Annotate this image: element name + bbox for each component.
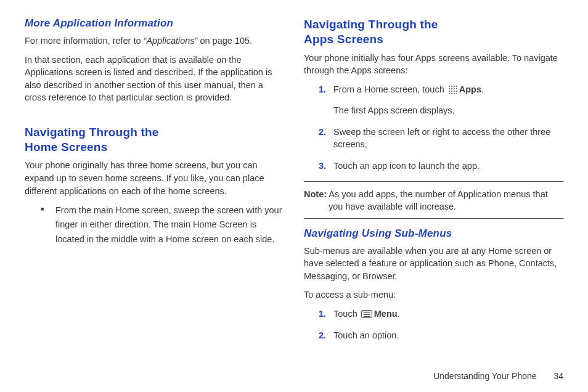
heading-more-app-info: More Application Information <box>25 17 284 30</box>
text-fragment: From a Home screen, touch <box>333 84 447 94</box>
apps-grid-icon <box>448 85 458 94</box>
step-text: Touch an option. <box>333 330 399 340</box>
paragraph-nav-apps: Your phone initially has four Apps scree… <box>304 52 563 77</box>
note-text: Note: As you add apps, the number of App… <box>304 188 563 213</box>
reference-applications: “Applications” <box>144 36 198 46</box>
list-item: 1. Touch Menu. <box>319 308 563 321</box>
paragraph-more-app-2: In that section, each application that i… <box>25 54 284 104</box>
menu-icon <box>361 310 372 318</box>
heading-nav-apps: Navigating Through the Apps Screens <box>304 17 563 47</box>
footer-section-title: Understanding Your Phone <box>433 371 536 381</box>
apps-label: Apps <box>459 84 481 94</box>
step-number: 1. <box>319 308 326 321</box>
step-number: 2. <box>319 329 326 342</box>
step-number: 3. <box>319 160 326 173</box>
text-fragment: . <box>398 309 400 319</box>
note-label: Note: <box>304 189 327 199</box>
left-column: More Application Information For more in… <box>25 17 284 367</box>
right-column: Navigating Through the Apps Screens Your… <box>304 17 563 367</box>
paragraph-more-app-1: For more information, refer to “Applicat… <box>25 35 284 47</box>
step-number: 1. <box>319 83 326 96</box>
page-number: 34 <box>553 371 563 381</box>
bullet-list-nav-home: From the main Home screen, sweep the scr… <box>25 203 284 247</box>
heading-submenus: Navigating Using Sub-Menus <box>304 227 563 240</box>
paragraph-nav-home: Your phone originally has three home scr… <box>25 159 284 197</box>
steps-submenu: 1. Touch Menu. 2. Touch an option. <box>304 308 563 341</box>
heading-line: Apps Screens <box>304 33 383 46</box>
list-item: 1. From a Home screen, touch Apps. The f… <box>319 83 563 117</box>
text-fragment: As you add apps, the number of Applicati… <box>327 189 548 212</box>
paragraph-submenu-1: Sub-menus are available when you are at … <box>304 245 563 283</box>
text-fragment: . <box>481 84 484 94</box>
text-fragment: For more information, refer to <box>25 36 144 46</box>
steps-nav-apps: 1. From a Home screen, touch Apps. The f… <box>304 83 563 173</box>
list-item: 3. Touch an app icon to launch the app. <box>319 160 563 173</box>
step-text: Touch an app icon to launch the app. <box>333 161 480 171</box>
divider <box>304 181 563 182</box>
divider <box>304 218 563 219</box>
menu-label: Menu <box>374 309 398 319</box>
page-columns: More Application Information For more in… <box>25 17 563 367</box>
text-fragment: on page 105. <box>197 36 252 46</box>
heading-line: Navigating Through the <box>304 18 438 31</box>
paragraph-submenu-2: To access a sub-menu: <box>304 288 563 301</box>
step-extra-text: The first Apps screen displays. <box>333 104 563 117</box>
step-text: Sweep the screen left or right to access… <box>333 127 550 150</box>
heading-line: Navigating Through the <box>25 126 159 139</box>
list-item: From the main Home screen, sweep the scr… <box>42 203 284 247</box>
text-fragment: Touch <box>333 309 360 319</box>
list-item: 2. Sweep the screen left or right to acc… <box>319 126 563 151</box>
heading-nav-home: Navigating Through the Home Screens <box>25 125 284 155</box>
list-item: 2. Touch an option. <box>319 329 563 342</box>
page-footer: Understanding Your Phone 34 <box>25 367 563 381</box>
step-number: 2. <box>319 126 326 139</box>
heading-line: Home Screens <box>25 141 107 153</box>
